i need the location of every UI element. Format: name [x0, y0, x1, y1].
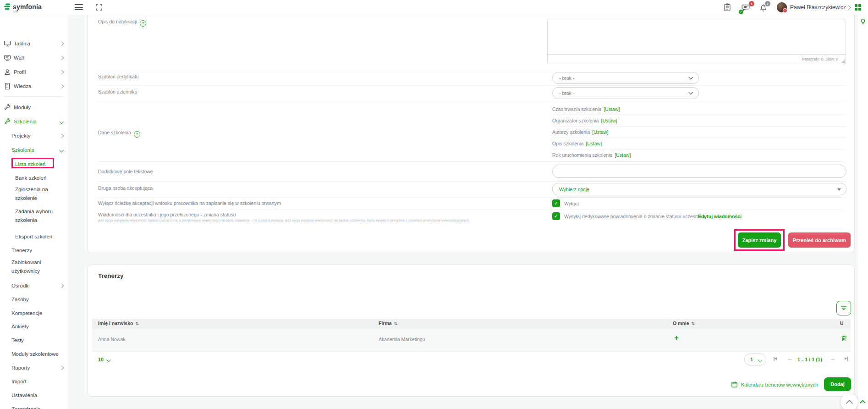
sidebar-item-moduly[interactable]: Moduły — [0, 102, 69, 112]
journal-template-select[interactable]: - brak - — [552, 87, 699, 99]
person-icon — [4, 68, 11, 76]
archive-button[interactable]: Przenieś do archiwum — [788, 232, 851, 248]
filter-icon — [840, 304, 847, 312]
sidebar-item-moduly-szkoleniowe[interactable]: Moduły szkoleniowe — [0, 349, 69, 359]
hamburger-menu-button[interactable] — [75, 4, 83, 11]
sidebar-item-ankiety[interactable]: Ankiety — [0, 321, 69, 332]
first-page-button[interactable] — [773, 356, 778, 361]
training-launch-year-row: Rok uruchomienia szkolenia [Ustaw] — [552, 149, 846, 160]
sidebar-item-ustawienia[interactable]: Ustawienia — [0, 390, 69, 400]
certificate-template-label: Szablon certyfikatu — [98, 74, 139, 79]
chevron-right-icon — [59, 84, 63, 88]
chevron-down-icon — [107, 357, 111, 361]
sidebar-item-zarzadzanie[interactable]: Zarządzanie — [0, 404, 69, 409]
page-size-select[interactable]: 10 — [98, 357, 110, 362]
document-icon — [4, 83, 11, 90]
sidebar-item-eksport-szkolen[interactable]: Eksport szkoleń — [0, 232, 69, 242]
internal-trainers-calendar-link[interactable]: Kalendarz trenerów wewnętrznych — [731, 381, 818, 388]
previous-page-button[interactable]: ← — [787, 355, 793, 362]
set-duration-link[interactable]: [Ustaw] — [604, 106, 620, 112]
right-edge-panel — [857, 15, 868, 409]
sidebar: Tablica Wall Profil Wiedza Moduły Szkole… — [0, 15, 69, 409]
top-bar: symfonia HR 1 ✓ 7 Paweł Błaszczykiewicz — [0, 0, 868, 15]
avatar[interactable] — [777, 2, 787, 12]
sort-icon[interactable]: ⇅ — [135, 321, 139, 326]
sidebar-item-zablokowani[interactable]: Zablokowani użytkownicy — [0, 258, 69, 276]
collapse-up-icon[interactable] — [860, 400, 866, 406]
sidebar-item-projekty[interactable]: Projekty — [0, 131, 69, 141]
set-authors-link[interactable]: [Ustaw] — [592, 129, 608, 135]
editor-body[interactable] — [547, 20, 846, 54]
user-menu-chevron-icon[interactable] — [846, 6, 851, 10]
second-approver-select[interactable]: Wybierz opcję — [552, 183, 846, 195]
disable-approval-path-label: Wyłącz ścieżkę akceptacji wniosku pracow… — [98, 200, 281, 206]
sidebar-item-szkolenia[interactable]: Szkolenia — [0, 116, 69, 127]
app-logo-sub: HR — [13, 10, 19, 13]
last-page-button[interactable] — [844, 356, 848, 361]
add-about-button[interactable]: + — [674, 333, 679, 343]
fullscreen-icon[interactable] — [95, 4, 103, 11]
additional-text-field[interactable] — [552, 165, 846, 178]
editor-statusbar: Paragrafy: 0, Słów: 0 — [547, 54, 846, 64]
checkbox-checked-icon[interactable]: ✓ — [552, 212, 560, 220]
sidebar-item-bank-szkolen[interactable]: Bank szkoleń — [0, 173, 69, 183]
chevron-right-icon — [59, 134, 63, 138]
save-button[interactable]: Zapisz zmiany — [738, 232, 781, 248]
messages-button[interactable]: 1 ✓ — [740, 2, 756, 15]
set-description-link[interactable]: [Ustaw] — [586, 141, 602, 146]
filter-button[interactable] — [836, 301, 851, 315]
trash-icon[interactable] — [841, 335, 848, 342]
sort-icon[interactable]: ⇅ — [692, 321, 695, 326]
sidebar-item-szkolenia-sub[interactable]: Szkolenia — [0, 145, 69, 155]
trainer-company-cell: Akademia Marketingu — [379, 337, 425, 342]
sidebar-item-wall[interactable]: Wall — [0, 53, 69, 63]
checkbox-checked-icon[interactable]: ✓ — [552, 199, 560, 207]
sidebar-item-tablica[interactable]: Tablica — [0, 39, 69, 49]
sidebar-item-trenerzy[interactable]: Trenerzy — [0, 245, 69, 255]
page-number-select[interactable]: 1 — [744, 354, 766, 365]
sidebar-item-osrodki[interactable]: Ośrodki — [0, 281, 69, 291]
trainers-card: Trenerzy Imię i nazwisko⇅ Firma⇅ O mnie⇅… — [87, 265, 855, 397]
help-icon[interactable]: ? — [134, 131, 140, 138]
dashboard-icon — [4, 40, 11, 47]
column-header-name[interactable]: Imię i nazwisko⇅ — [98, 321, 139, 326]
status-change-messages-hint: jeśli opcja wysyłania wiadomości będzie … — [98, 218, 470, 222]
chevron-down-icon — [59, 148, 63, 152]
notification-description-editor[interactable]: Paragrafy: 0, Słów: 0 — [547, 20, 846, 64]
sidebar-item-profil[interactable]: Profil — [0, 67, 69, 77]
sidebar-item-zgloszenia[interactable]: Zgłoszenia na szkolenie — [0, 185, 69, 204]
sidebar-item-zadania-wyboru[interactable]: Zadania wyboru szkolenia — [0, 207, 69, 226]
clipboard-icon[interactable] — [723, 3, 731, 11]
sidebar-item-testy[interactable]: Testy — [0, 335, 69, 345]
notifications-button[interactable]: 7 — [758, 1, 772, 14]
training-settings-card: Opis do notyfikacji? Paragrafy: 0, Słów:… — [87, 15, 855, 253]
sidebar-item-import[interactable]: Import — [0, 376, 69, 387]
scroll-to-top-button[interactable] — [841, 393, 858, 409]
sidebar-item-zasoby[interactable]: Zasoby — [0, 294, 69, 304]
sidebar-item-lista-szkolen[interactable]: Lista szkoleń — [0, 159, 69, 169]
trainers-table-header — [92, 319, 851, 329]
chevron-right-icon — [59, 284, 63, 288]
user-name[interactable]: Paweł Błaszczykiewicz — [790, 4, 846, 11]
notification-description-label: Opis do notyfikacji? — [98, 19, 146, 27]
set-launch-year-link[interactable]: [Ustaw] — [615, 152, 631, 158]
chevron-up-icon — [846, 400, 853, 407]
lightbulb-icon[interactable] — [860, 18, 866, 26]
chevron-down-icon — [689, 75, 693, 80]
add-trainer-button[interactable]: Dodaj — [824, 377, 851, 391]
training-organizer-row: Organizator szkolenia [Ustaw] — [552, 115, 846, 127]
help-icon[interactable]: ? — [140, 20, 146, 27]
sidebar-item-raporty[interactable]: Raporty — [0, 363, 69, 373]
column-header-about[interactable]: O mnie⇅ — [673, 321, 695, 326]
resize-grip[interactable] — [841, 60, 845, 63]
edit-messages-link[interactable]: Edytuj wiadomości — [698, 214, 742, 219]
sidebar-item-kompetencje[interactable]: Kompetencje — [0, 308, 69, 318]
sort-icon[interactable]: ⇅ — [394, 321, 398, 326]
set-organizer-link[interactable]: [Ustaw] — [601, 118, 617, 123]
column-header-company[interactable]: Firma⇅ — [379, 321, 397, 326]
avatar-status-dot — [783, 8, 787, 13]
next-page-button[interactable]: → — [830, 355, 835, 362]
sidebar-item-wiedza[interactable]: Wiedza — [0, 81, 69, 91]
apps-grid-icon[interactable] — [854, 4, 862, 11]
certificate-template-select[interactable]: - brak - — [552, 72, 699, 84]
